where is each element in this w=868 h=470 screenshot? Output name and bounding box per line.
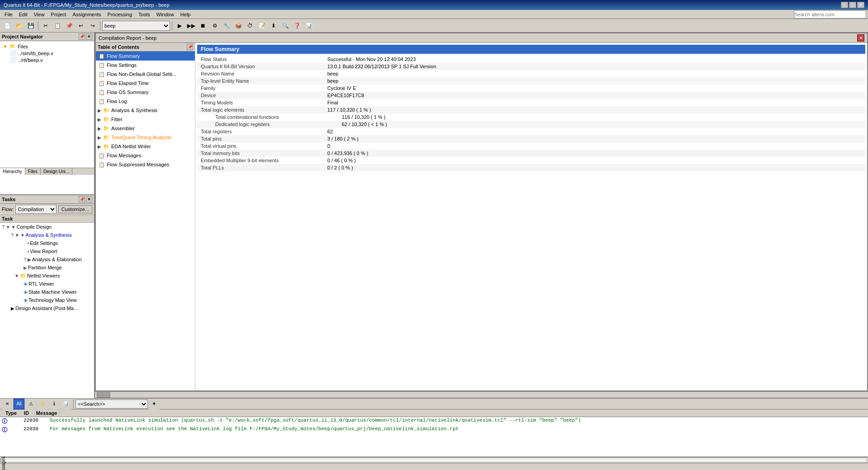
toc-item-flow-messages[interactable]: 📋 Flow Messages	[96, 151, 195, 160]
scroll-thumb[interactable]	[97, 392, 110, 398]
customize-button[interactable]: Customize...	[58, 205, 92, 213]
flow-select[interactable]: beep	[102, 21, 170, 31]
nav-file-beep[interactable]: 📄 ../rtl/beep.v	[9, 56, 92, 63]
save-button[interactable]: 💾	[25, 20, 36, 31]
nav-tabs: Hierarchy Files Design Uni...	[0, 168, 94, 175]
toc-item-timequest[interactable]: ▶ 📁 TimeQuest Timing Analyzer	[96, 133, 195, 142]
toc-item-eda[interactable]: ▶ 📁 EDA Netlist Writer	[96, 142, 195, 151]
nav-close-button[interactable]: ✕	[86, 33, 92, 40]
toc-item-assembler[interactable]: ▶ 📁 Assembler	[96, 124, 195, 133]
nav-tab-design-units[interactable]: Design Uni...	[41, 168, 72, 175]
msg-clear-button[interactable]: ✕	[2, 399, 13, 409]
analysis-expander-2[interactable]: ▼	[20, 233, 25, 238]
msg-id-2: 22036	[24, 426, 46, 432]
menu-tools[interactable]: Tools	[136, 11, 153, 18]
summary-value: beep	[324, 70, 865, 77]
nav-tab-hierarchy[interactable]: Hierarchy	[0, 168, 25, 175]
report-close-button[interactable]: ✕	[857, 34, 864, 42]
toc-eda-expander[interactable]: ▶	[98, 144, 101, 149]
minimize-button[interactable]: ─	[841, 2, 848, 8]
toc-item-analysis-synthesis[interactable]: ▶ 📁 Analysis & Synthesis	[96, 106, 195, 115]
flow-dropdown[interactable]: Compilation	[15, 205, 57, 214]
tasks-close-button[interactable]: ✕	[86, 196, 92, 202]
search-input[interactable]	[794, 10, 866, 19]
menu-edit[interactable]: Edit	[16, 11, 30, 18]
task-analysis-synthesis-row[interactable]: ? ▼ ▼ Analysis & Synthesis	[9, 231, 94, 239]
task-netlist-viewers[interactable]: ▼ 📁 Netlist Viewers	[13, 272, 94, 280]
task-rtl-viewer[interactable]: ◈ RTL Viewer	[22, 280, 94, 288]
toc-item-fitter[interactable]: ▶ 📁 Fitter	[96, 115, 195, 124]
flow-summary-title: Flow Summary	[197, 45, 865, 54]
start-button[interactable]: ▶▶	[186, 20, 197, 31]
toc-item-flow-non-default[interactable]: 📋 Flow Non-Default Global Setti...	[96, 70, 195, 79]
open-button[interactable]: 📂	[14, 20, 24, 31]
msg-extra-button[interactable]: 📊	[61, 399, 71, 409]
toc-assembler-expander[interactable]: ▶	[98, 126, 101, 131]
task-compile-design[interactable]: ? ▼ ▼ Compile Design	[0, 223, 94, 231]
toc-fitter-expander[interactable]: ▶	[98, 117, 101, 122]
msg-search-dropdown[interactable]: ▼	[149, 399, 160, 409]
toc-timequest-expander[interactable]: ▶	[98, 135, 101, 140]
help-button[interactable]: ❓	[292, 20, 302, 31]
eda-button[interactable]: 📝	[256, 20, 267, 31]
prog-button[interactable]: ⬇	[268, 20, 279, 31]
assembler-button[interactable]: 📦	[233, 20, 244, 31]
toc-item-flow-log[interactable]: 📋 Flow Log	[96, 97, 195, 106]
rtl-icon: ◈	[24, 281, 28, 287]
toc-item-flow-summary[interactable]: 📋 Flow Summary	[96, 52, 195, 61]
msg-error-button[interactable]: ⚠	[25, 399, 36, 409]
menu-processing[interactable]: Processing	[105, 11, 135, 18]
msg-scrollbar[interactable]	[1, 457, 867, 463]
menu-project[interactable]: Project	[48, 11, 69, 18]
menu-assignments[interactable]: Assignments	[70, 11, 104, 18]
nav-file-tb-beep[interactable]: 📄 ../sim/tb_beep.v	[9, 50, 92, 56]
close-button[interactable]: ✕	[857, 2, 864, 8]
extra-button[interactable]: 📊	[303, 20, 314, 31]
fitter-button[interactable]: 🔧	[221, 20, 232, 31]
compile-expander[interactable]: ▼	[6, 225, 10, 230]
task-edit-settings[interactable]: ▪ Edit Settings	[25, 239, 94, 247]
analysis-expander[interactable]: ▼	[15, 233, 19, 238]
paste-button[interactable]: 📌	[64, 20, 75, 31]
design-asst-expander[interactable]: ▶	[11, 306, 14, 311]
elaboration-expander[interactable]: ▶	[28, 257, 31, 262]
task-partition-merge[interactable]: ▶ Partition Merge	[22, 263, 94, 272]
toc-item-flow-elapsed[interactable]: 📋 Flow Elapsed Time	[96, 79, 195, 88]
task-view-report[interactable]: ▪ View Report	[25, 247, 94, 255]
rtl-button[interactable]: 🔍	[280, 20, 291, 31]
toc-item-flow-os[interactable]: 📋 Flow OS Summary	[96, 88, 195, 97]
redo-button[interactable]: ↪	[87, 20, 98, 31]
menu-file[interactable]: File	[2, 11, 15, 18]
msg-info-button[interactable]: ℹ	[49, 399, 60, 409]
copy-button[interactable]: 📋	[52, 20, 63, 31]
msg-warning-button[interactable]: ⚡	[37, 399, 48, 409]
stop-button[interactable]: ⏹	[198, 20, 208, 31]
undo-button[interactable]: ↩	[75, 20, 86, 31]
compile-button[interactable]: ▶	[174, 20, 185, 31]
tasks-pin-button[interactable]: 📌	[79, 196, 85, 202]
cut-button[interactable]: ✂	[40, 20, 51, 31]
task-design-assistant[interactable]: ▶ Design Assistant (Post-Ma...	[9, 304, 94, 312]
horizontal-scrollbar[interactable]	[95, 391, 868, 398]
new-button[interactable]: 📄	[2, 20, 13, 31]
compile-expander-2[interactable]: ▼	[11, 225, 16, 230]
msg-all-button[interactable]: All	[14, 399, 24, 409]
menu-window[interactable]: Window	[154, 11, 177, 18]
menu-help[interactable]: Help	[178, 11, 193, 18]
maximize-button[interactable]: □	[849, 2, 856, 8]
toc-item-flow-suppressed[interactable]: 📋 Flow Suppressed Messages	[96, 160, 195, 169]
timing-button[interactable]: ⏱	[245, 20, 255, 31]
toc-analysis-expander[interactable]: ▶	[98, 108, 101, 113]
msg-search-select[interactable]: <<Search>>	[75, 400, 148, 409]
toc-pin-button[interactable]: 📌	[187, 44, 193, 50]
nav-folder-files[interactable]: ▼ 📁 Files	[2, 43, 92, 50]
nav-tab-files[interactable]: Files	[25, 168, 41, 175]
task-tech-map-view[interactable]: ◈ Technology Map View	[22, 296, 94, 304]
task-state-machine-viewer[interactable]: ◈ State Machine Viewer	[22, 288, 94, 296]
task-analysis-elaboration[interactable]: ? ▶ Analysis & Elaboration	[22, 255, 94, 263]
netlist-expander[interactable]: ▼	[14, 273, 19, 278]
toc-item-flow-settings[interactable]: 📋 Flow Settings	[96, 61, 195, 70]
menu-view[interactable]: View	[31, 11, 47, 18]
analyze-button[interactable]: ⚙	[209, 20, 220, 31]
nav-pin-button[interactable]: 📌	[79, 33, 85, 40]
